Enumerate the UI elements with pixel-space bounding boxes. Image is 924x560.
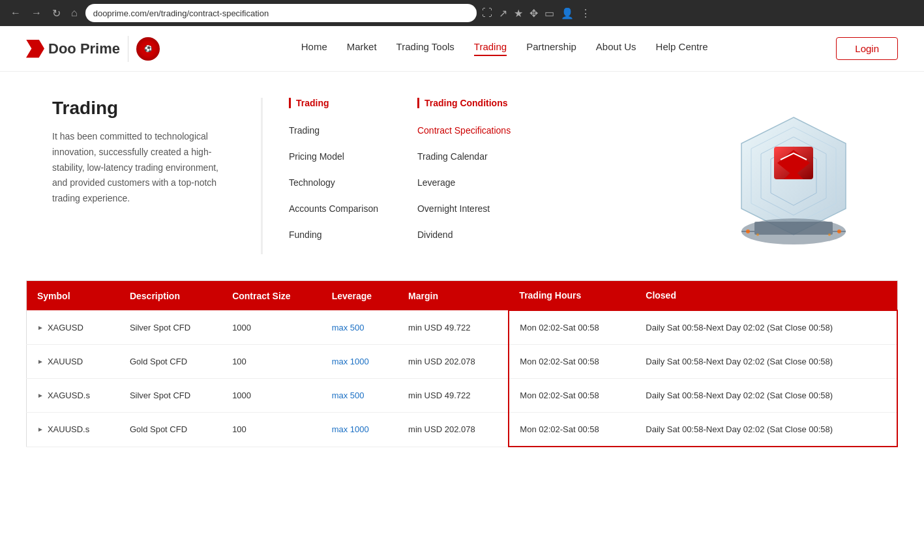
logo-area: Doo Prime ⚽ [26,36,160,62]
table-row: ► XAGUSD Silver Spot CFD 1000 max 500 mi… [27,310,898,345]
menu-pricing-model[interactable]: Pricing Model [289,150,378,163]
logo-icon [26,40,44,58]
forward-button[interactable]: → [29,5,44,22]
home-button[interactable]: ⌂ [68,5,80,22]
menu-overnight-interest[interactable]: Overnight Interest [417,202,511,215]
logo-divider [128,36,128,62]
cell-margin: min USD 49.722 [398,310,509,345]
table-section: Symbol Description Contract Size Leverag… [0,280,924,486]
cell-symbol[interactable]: ► XAGUSD.s [27,379,119,413]
menu-funding[interactable]: Funding [289,228,378,241]
hero-left: Trading It has been committed to technol… [52,98,261,254]
col-description: Description [119,281,222,311]
cell-leverage: max 500 [321,310,398,345]
menu-contract-specifications[interactable]: Contract Specifications [417,124,511,137]
cell-margin: min USD 49.722 [398,379,509,413]
menu-leverage[interactable]: Leverage [417,176,511,189]
menu-icon[interactable]: ⋮ [580,7,591,20]
cell-contract-size: 100 [222,345,321,379]
bookmark-icon[interactable]: ★ [514,7,523,20]
expand-arrow-icon[interactable]: ► [37,358,44,365]
browser-toolbar-icons: ⛶ ↗ ★ ✥ ▭ 👤 ⋮ [482,7,591,20]
svg-point-11 [746,229,750,233]
nav-about-us[interactable]: About Us [596,41,636,56]
share-icon[interactable]: ↗ [499,7,507,20]
profile-icon[interactable]: 👤 [561,7,574,20]
table-row: ► XAUUSD Gold Spot CFD 100 max 1000 min … [27,345,898,379]
logo-text: Doo Prime [48,40,120,57]
nav-trading-tools[interactable]: Trading Tools [396,41,455,56]
cube-decoration [722,104,865,248]
left-menu-title: Trading [289,98,378,108]
menu-technology[interactable]: Technology [289,176,378,189]
left-menu-column: Trading Trading Pricing Model Technology… [289,98,378,254]
browser-chrome: ← → ↻ ⌂ dooprime.com/en/trading/contract… [0,0,924,26]
cell-closed: Daily Sat 00:58-Next Day 02:02 (Sat Clos… [635,345,897,379]
expand-arrow-icon[interactable]: ► [37,392,44,399]
nav-market[interactable]: Market [347,41,377,56]
cell-trading-hours: Mon 02:02-Sat 00:58 [509,413,635,447]
back-button[interactable]: ← [8,5,23,22]
cell-trading-hours: Mon 02:02-Sat 00:58 [509,310,635,345]
cell-description: Silver Spot CFD [119,379,222,413]
expand-arrow-icon[interactable]: ► [37,426,44,433]
cell-closed: Daily Sat 00:58-Next Day 02:02 (Sat Clos… [635,413,897,447]
cube-svg [722,104,865,248]
extensions-icon[interactable]: ✥ [529,7,538,20]
svg-point-14 [828,233,831,236]
cell-margin: min USD 202.078 [398,413,509,447]
cell-leverage: max 1000 [321,345,398,379]
nav-help-centre[interactable]: Help Centre [656,41,708,56]
symbol-value: XAGUSD.s [48,391,90,400]
manchester-united-logo: ⚽ [136,37,160,61]
col-leverage: Leverage [321,281,398,311]
nav-trading[interactable]: Trading [474,41,507,56]
symbol-value: XAGUSD [48,323,83,332]
contract-specs-table: Symbol Description Contract Size Leverag… [26,280,898,447]
hero-description: It has been committed to technological i… [52,129,235,207]
table-row: ► XAUUSD.s Gold Spot CFD 100 max 1000 mi… [27,413,898,447]
svg-point-12 [837,229,841,233]
symbol-value: XAUUSD [48,357,83,366]
screenshot-icon[interactable]: ⛶ [482,7,492,20]
menu-dividend[interactable]: Dividend [417,228,511,241]
window-icon[interactable]: ▭ [544,7,554,20]
svg-point-13 [756,233,759,236]
cell-description: Gold Spot CFD [119,345,222,379]
cell-contract-size: 1000 [222,310,321,345]
cell-symbol[interactable]: ► XAUUSD.s [27,413,119,447]
col-closed: Closed [635,281,897,311]
cell-symbol[interactable]: ► XAUUSD [27,345,119,379]
cell-contract-size: 100 [222,413,321,447]
svg-rect-8 [754,222,833,235]
url-text: dooprime.com/en/trading/contract-specifi… [93,8,269,18]
col-margin: Margin [398,281,509,311]
address-bar[interactable]: dooprime.com/en/trading/contract-specifi… [85,4,477,22]
col-symbol: Symbol [27,281,119,311]
cell-symbol[interactable]: ► XAGUSD [27,310,119,345]
hero-image [702,85,885,267]
nav-home[interactable]: Home [301,41,327,56]
expand-arrow-icon[interactable]: ► [37,324,44,331]
cell-description: Gold Spot CFD [119,413,222,447]
menu-trading-calendar[interactable]: Trading Calendar [417,150,511,163]
cell-trading-hours: Mon 02:02-Sat 00:58 [509,345,635,379]
menu-accounts-comparison[interactable]: Accounts Comparison [289,202,378,215]
cell-margin: min USD 202.078 [398,345,509,379]
hero-title: Trading [52,98,235,119]
refresh-button[interactable]: ↻ [50,5,63,22]
nav-partnership[interactable]: Partnership [526,41,576,56]
login-button[interactable]: Login [836,37,898,60]
cell-closed: Daily Sat 00:58-Next Day 02:02 (Sat Clos… [635,310,897,345]
doo-prime-logo[interactable]: Doo Prime [26,40,120,58]
right-menu-column: Trading Conditions Contract Specificatio… [417,98,511,254]
col-trading-hours: Trading Hours [509,281,635,311]
menu-trading[interactable]: Trading [289,124,378,137]
mu-text: ⚽ [144,45,152,52]
table-row: ► XAGUSD.s Silver Spot CFD 1000 max 500 … [27,379,898,413]
cell-contract-size: 1000 [222,379,321,413]
right-menu-title: Trading Conditions [417,98,511,108]
symbol-value: XAUUSD.s [48,424,89,434]
nav-links: Home Market Trading Tools Trading Partne… [192,41,816,56]
table-header-row: Symbol Description Contract Size Leverag… [27,281,898,311]
